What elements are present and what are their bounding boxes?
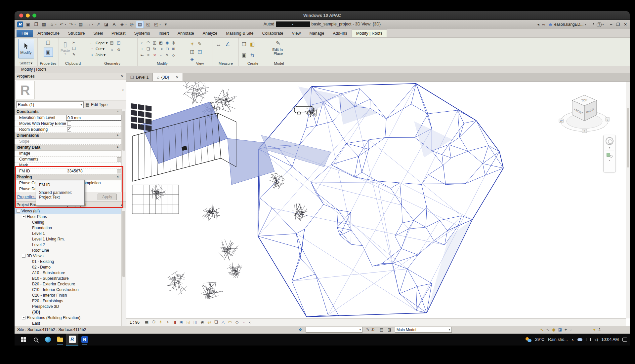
- navbar-caret-icon[interactable]: ▾: [609, 146, 610, 149]
- property-row[interactable]: Moves With Nearby Eleme...»: [15, 121, 121, 127]
- wall-joins-icon[interactable]: ⌂: [109, 47, 114, 52]
- ribbon-tab[interactable]: Analyze: [198, 30, 222, 37]
- property-row[interactable]: Comments»: [15, 157, 121, 163]
- project-browser-close-icon[interactable]: ✕: [121, 202, 124, 208]
- rendering-dialog-icon[interactable]: ◨: [172, 319, 177, 325]
- create-assembly-icon[interactable]: ▣: [240, 52, 248, 59]
- vcb-collapse-icon[interactable]: <: [249, 320, 251, 324]
- type-properties-icon[interactable]: ❐: [45, 39, 52, 47]
- ui-views-icon[interactable]: ▣▾: [24, 21, 32, 28]
- property-row[interactable]: Image»: [15, 151, 121, 157]
- scroll-thumb[interactable]: [627, 108, 629, 167]
- ribbon-tab[interactable]: Steel: [89, 30, 107, 37]
- match-type-icon[interactable]: ✎: [71, 52, 77, 57]
- ribbon-tab[interactable]: Precast: [107, 30, 130, 37]
- network-icon[interactable]: [586, 338, 591, 341]
- ribbon-tab[interactable]: Collaborate: [258, 30, 288, 37]
- aligned-dimension-icon[interactable]: ↗▾: [95, 21, 102, 28]
- create-parts-icon[interactable]: ⇆: [249, 52, 256, 59]
- taskbar-revit-icon[interactable]: R: [66, 334, 78, 346]
- tree-expander-icon[interactable]: [22, 254, 25, 258]
- compass-east[interactable]: E: [607, 118, 608, 121]
- weather-icon[interactable]: [526, 337, 531, 342]
- start-button[interactable]: [17, 334, 29, 346]
- group-collapse-icon[interactable]: »: [116, 146, 120, 148]
- minimize-button[interactable]: –: [610, 22, 612, 27]
- select-by-face-icon[interactable]: ◪: [558, 327, 562, 332]
- tree-item[interactable]: Level 2: [15, 242, 121, 247]
- tray-overflow-icon[interactable]: ∧: [572, 338, 574, 342]
- trim-multiple-icon[interactable]: ≡: [146, 53, 151, 58]
- redo-icon[interactable]: ↷▾: [67, 21, 76, 28]
- design-options-icon[interactable]: ▤: [379, 327, 384, 332]
- view-tab-close-icon[interactable]: ✕: [176, 75, 179, 80]
- property-row[interactable]: Room Bounding»: [15, 127, 121, 133]
- tree-item[interactable]: Ceiling: [15, 219, 121, 225]
- tree-item[interactable]: B10 - Superstructure: [15, 275, 121, 281]
- element-selector[interactable]: Roofs (1) ▾: [16, 101, 84, 108]
- apply-button[interactable]: Apply: [98, 194, 117, 200]
- taskbar-explorer-icon[interactable]: [54, 334, 66, 346]
- visual-style-icon[interactable]: ❍: [151, 319, 156, 325]
- group-collapse-icon[interactable]: »: [116, 134, 120, 136]
- tree-expander-icon[interactable]: [17, 209, 20, 213]
- property-row[interactable]: Slope»: [15, 139, 121, 145]
- property-row[interactable]: FM ID» 3345678: [15, 168, 121, 174]
- wall-join-display-icon[interactable]: ◇: [171, 53, 176, 58]
- edit-in-place-button[interactable]: ✎ Edit In-Place: [269, 39, 287, 61]
- paste-button[interactable]: ▯ Paste ▾: [61, 39, 70, 61]
- signin-menu[interactable]: ☻ eason.kangED... ▾: [548, 22, 586, 27]
- tree-expander-icon[interactable]: [22, 316, 25, 319]
- sun-path-icon[interactable]: ☀: [158, 319, 163, 325]
- linework-icon[interactable]: ◰: [196, 48, 203, 55]
- tree-item[interactable]: Foundation: [15, 225, 121, 231]
- tree-item[interactable]: C20 - Interior Finish: [15, 292, 121, 298]
- help-menu[interactable]: ? ▾: [597, 22, 604, 27]
- ribbon-tab[interactable]: Insert: [154, 30, 173, 37]
- collapse-infocenter-icon[interactable]: ◂: [537, 22, 539, 27]
- scroll-thumb[interactable]: [122, 111, 125, 151]
- restore-button[interactable]: ❐: [616, 22, 620, 27]
- tray-weather-text[interactable]: Rain sho...: [548, 337, 568, 342]
- cope-icon[interactable]: ⌐ Cope ▾: [89, 40, 107, 46]
- property-row[interactable]: Identity Data»: [15, 145, 121, 151]
- open-icon[interactable]: ❐▾: [32, 21, 40, 28]
- tree-item[interactable]: {3D}: [15, 309, 121, 315]
- revit-app-menu[interactable]: R▾: [17, 21, 24, 28]
- browse-button[interactable]: [117, 157, 121, 162]
- tree-scrollbar[interactable]: [121, 208, 126, 326]
- displacement-icon[interactable]: ◇: [234, 319, 240, 325]
- ribbon-tab[interactable]: Annotate: [173, 30, 198, 37]
- tree-item[interactable]: 01 - Existing: [15, 259, 121, 264]
- drag-on-selection-icon[interactable]: +: [565, 327, 567, 332]
- select-panel-label[interactable]: Select ▾: [15, 61, 37, 65]
- measure-between-refs-icon[interactable]: ↔: [215, 41, 223, 49]
- undo-icon[interactable]: ↶▾: [58, 21, 67, 28]
- override-graphics-icon[interactable]: ✎: [196, 41, 203, 47]
- tree-item[interactable]: Roof Line: [15, 247, 121, 253]
- reveal-hidden-elements-icon[interactable]: ◉: [199, 319, 205, 325]
- taskbar-navisworks-icon[interactable]: N: [78, 334, 91, 346]
- delete-icon[interactable]: ✕: [152, 53, 157, 58]
- tree-item[interactable]: 02 - Demo: [15, 264, 121, 270]
- property-row[interactable]: Dimensions»: [15, 133, 121, 139]
- checkbox[interactable]: [67, 127, 71, 131]
- app-store-cart-icon[interactable]: [589, 23, 594, 26]
- tree-item[interactable]: A10 - Substructure: [15, 270, 121, 275]
- worksharing-display-icon[interactable]: ❏: [213, 319, 219, 325]
- properties-scrollbar[interactable]: [121, 109, 126, 192]
- volume-icon[interactable]: ◁): [594, 338, 598, 342]
- group-collapse-icon[interactable]: »: [116, 111, 120, 113]
- browse-button[interactable]: [117, 169, 121, 173]
- unpin-icon[interactable]: ◎: [171, 40, 176, 45]
- match-properties-icon[interactable]: ✎: [164, 53, 170, 58]
- join-geometry-icon[interactable]: ◑ Join ▾: [89, 52, 107, 57]
- demolish-icon[interactable]: ⊘: [116, 47, 121, 52]
- property-row[interactable]: Elevation from Level» 0.0 mm: [15, 115, 121, 121]
- tree-item[interactable]: B20 - Exterior Enclosure: [15, 281, 121, 287]
- worksets-dropdown[interactable]: ▾: [306, 327, 362, 333]
- tree-item[interactable]: E20 - Furnishings: [15, 298, 121, 304]
- steering-wheel-icon[interactable]: [606, 137, 614, 145]
- paste-aligned-icon[interactable]: ▤: [109, 40, 114, 45]
- properties-close-icon[interactable]: ✕: [121, 73, 124, 80]
